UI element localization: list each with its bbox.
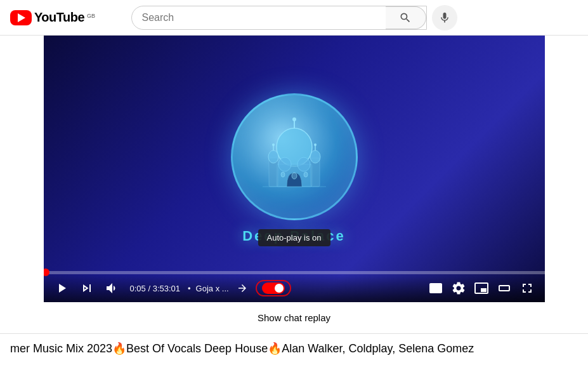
autoplay-toggle-button[interactable] — [256, 280, 291, 296]
svg-point-15 — [281, 172, 285, 177]
subtitles-button[interactable] — [426, 278, 446, 298]
search-icon — [399, 11, 412, 24]
search-input[interactable] — [132, 6, 386, 29]
dot-separator: • — [188, 284, 191, 293]
youtube-logo[interactable]: YouTube GB — [10, 10, 95, 25]
svg-point-13 — [297, 157, 310, 171]
controls-bar: 0:05 / 3:53:01 • Goja x ... — [44, 274, 545, 302]
play-icon — [54, 281, 69, 296]
deep-palace-logo: Deep Palace — [231, 93, 358, 244]
theater-icon — [497, 281, 512, 296]
svg-point-16 — [304, 172, 308, 177]
logo-area: YouTube GB — [10, 10, 95, 25]
header: YouTube GB — [0, 0, 588, 36]
palace-illustration — [250, 112, 339, 201]
skip-icon — [237, 282, 248, 294]
time-display: 0:05 / 3:53:01 — [130, 284, 181, 293]
miniplayer-button[interactable] — [471, 278, 492, 298]
svg-point-5 — [268, 150, 278, 163]
palace-circle — [231, 93, 358, 220]
mic-button[interactable] — [432, 5, 457, 30]
volume-icon — [105, 281, 120, 296]
deep-palace-label: Deep Palace — [242, 228, 346, 244]
youtube-icon — [10, 10, 32, 25]
video-player[interactable]: Deep Palace Auto-play is on — [44, 36, 545, 302]
settings-button[interactable] — [448, 278, 469, 298]
svg-point-11 — [314, 143, 317, 146]
svg-point-9 — [310, 150, 320, 163]
svg-point-14 — [292, 173, 297, 179]
next-icon — [79, 281, 95, 296]
search-form — [131, 6, 427, 30]
show-chat-replay-button[interactable]: Show chat replay — [258, 312, 330, 323]
search-area — [131, 5, 457, 30]
toggle-thumb — [275, 284, 284, 293]
volume-button[interactable] — [102, 278, 122, 298]
show-chat-replay-bar: Show chat replay — [0, 302, 588, 334]
settings-icon — [451, 281, 466, 296]
video-title-bar: mer Music Mix 2023🔥Best Of Vocals Deep H… — [0, 334, 588, 355]
play-triangle-icon — [18, 13, 25, 22]
miniplayer-icon — [474, 281, 489, 296]
svg-point-7 — [272, 143, 275, 146]
fullscreen-icon — [519, 281, 535, 296]
mic-icon — [438, 11, 451, 24]
video-background: Deep Palace — [44, 36, 545, 302]
fullscreen-button[interactable] — [517, 278, 537, 298]
video-title: mer Music Mix 2023🔥Best Of Vocals Deep H… — [10, 342, 474, 355]
youtube-country: GB — [87, 13, 95, 19]
search-button[interactable] — [386, 6, 426, 29]
current-time: 0:05 — [130, 284, 146, 293]
play-button[interactable] — [51, 278, 72, 298]
channel-name: Goja x ... — [196, 284, 229, 293]
subtitles-icon — [428, 281, 443, 296]
youtube-wordmark: YouTube — [34, 10, 84, 25]
controls-right — [426, 278, 537, 298]
skip-button[interactable] — [234, 280, 251, 296]
theater-button[interactable] — [494, 278, 514, 298]
toggle-track — [262, 282, 285, 294]
svg-point-2 — [292, 117, 296, 121]
svg-point-12 — [278, 157, 291, 171]
next-button[interactable] — [77, 278, 97, 298]
total-time: 3:53:01 — [153, 284, 180, 293]
time-separator: / — [148, 284, 152, 293]
